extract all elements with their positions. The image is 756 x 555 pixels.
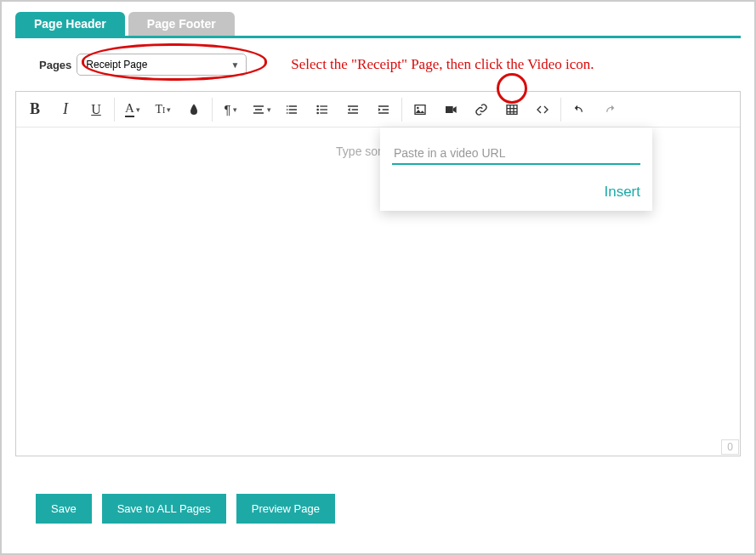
redo-icon bbox=[603, 103, 617, 116]
image-icon bbox=[413, 103, 427, 116]
svg-point-2 bbox=[316, 111, 319, 114]
pages-label: Pages bbox=[39, 59, 71, 71]
align-icon bbox=[252, 103, 265, 116]
page-select[interactable] bbox=[77, 54, 247, 76]
indent-button[interactable] bbox=[368, 94, 399, 125]
tab-page-footer[interactable]: Page Footer bbox=[128, 12, 235, 36]
paragraph-format-button[interactable]: ¶ bbox=[215, 94, 246, 125]
editor-toolbar: B I U A TI ¶ bbox=[16, 92, 740, 127]
code-icon bbox=[536, 103, 549, 116]
editor-body[interactable]: Type something Insert 0 bbox=[16, 127, 740, 456]
unordered-list-icon bbox=[315, 103, 329, 116]
tab-bar: Page Header Page Footer bbox=[15, 12, 741, 38]
link-button[interactable] bbox=[466, 94, 497, 125]
table-icon bbox=[505, 103, 519, 116]
font-color-button[interactable]: A bbox=[117, 94, 148, 125]
tab-page-header[interactable]: Page Header bbox=[15, 12, 125, 36]
svg-point-0 bbox=[316, 105, 319, 107]
code-view-button[interactable] bbox=[527, 94, 558, 125]
unordered-list-button[interactable] bbox=[307, 94, 338, 125]
rich-text-editor: B I U A TI ¶ bbox=[15, 91, 741, 456]
video-url-input[interactable] bbox=[392, 143, 640, 165]
redo-button[interactable] bbox=[594, 94, 625, 125]
save-button[interactable]: Save bbox=[36, 494, 92, 524]
save-all-button[interactable]: Save to ALL Pages bbox=[102, 494, 226, 524]
droplet-icon bbox=[187, 103, 201, 116]
undo-button[interactable] bbox=[564, 94, 594, 125]
italic-button[interactable]: I bbox=[50, 94, 81, 125]
align-button[interactable] bbox=[246, 94, 276, 125]
outdent-icon bbox=[346, 103, 360, 116]
video-url-popup: Insert bbox=[380, 127, 652, 211]
video-button[interactable] bbox=[435, 94, 466, 125]
ordered-list-button[interactable] bbox=[276, 94, 307, 125]
undo-icon bbox=[572, 103, 586, 116]
svg-point-3 bbox=[417, 106, 419, 109]
outdent-button[interactable] bbox=[338, 94, 368, 125]
video-icon bbox=[444, 103, 458, 116]
svg-point-1 bbox=[316, 108, 319, 110]
bold-button[interactable]: B bbox=[20, 94, 50, 125]
insert-button[interactable]: Insert bbox=[604, 184, 640, 200]
underline-button[interactable]: U bbox=[81, 94, 111, 125]
ordered-list-icon bbox=[285, 103, 298, 116]
link-icon bbox=[475, 103, 488, 116]
table-button[interactable] bbox=[497, 94, 527, 125]
image-button[interactable] bbox=[405, 94, 435, 125]
indent-icon bbox=[377, 103, 390, 116]
annotation-text: Select the "Receipt" Page, then click th… bbox=[291, 56, 594, 73]
font-size-button[interactable]: TI bbox=[148, 94, 179, 125]
clear-formatting-button[interactable] bbox=[179, 94, 209, 125]
character-count: 0 bbox=[721, 439, 739, 455]
footer-actions: Save Save to ALL Pages Preview Page bbox=[36, 494, 741, 524]
preview-page-button[interactable]: Preview Page bbox=[236, 494, 335, 524]
